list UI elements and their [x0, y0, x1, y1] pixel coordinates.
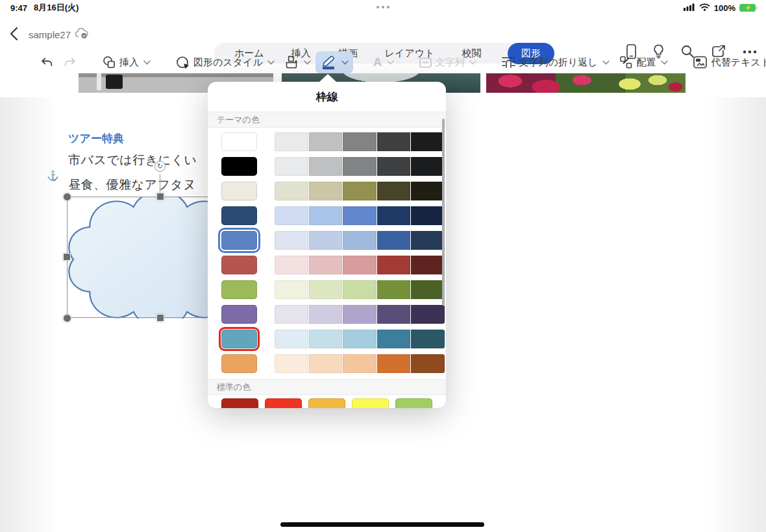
home-indicator[interactable] — [280, 522, 484, 527]
theme-variant-swatch[interactable] — [343, 231, 377, 250]
theme-variant-swatch[interactable] — [411, 231, 445, 250]
selection-handle-top-left[interactable] — [63, 193, 71, 201]
theme-variant-swatch[interactable] — [309, 231, 343, 250]
theme-variant-swatch[interactable] — [411, 280, 445, 299]
theme-variant-swatch[interactable] — [309, 354, 343, 373]
popover-scrollbar[interactable] — [442, 119, 445, 306]
selection-handle-bottom-left[interactable] — [63, 314, 71, 322]
shape-outline-button[interactable] — [315, 51, 353, 73]
theme-variant-strip — [275, 354, 445, 373]
theme-variant-swatch[interactable] — [309, 182, 343, 200]
theme-variant-swatch[interactable] — [411, 182, 445, 200]
theme-variant-swatch[interactable] — [309, 305, 343, 324]
theme-variant-swatch[interactable] — [411, 157, 445, 176]
theme-variant-swatch[interactable] — [275, 305, 308, 324]
cellular-icon — [684, 3, 695, 13]
anchor-icon: ⚓ — [47, 170, 59, 182]
theme-variant-swatch[interactable] — [377, 182, 411, 200]
theme-main-swatch[interactable] — [221, 157, 257, 176]
theme-variant-swatch[interactable] — [343, 305, 377, 324]
photo-flowers[interactable] — [486, 73, 686, 93]
app-window: 9:47 8月16日(火) 100% ⚡ sample27 ホーム挿入描画レイア… — [0, 0, 766, 532]
standard-color-swatch[interactable] — [221, 398, 258, 408]
theme-color-row — [221, 157, 446, 176]
theme-variant-swatch[interactable] — [275, 132, 308, 151]
theme-main-swatch[interactable] — [221, 182, 257, 200]
theme-variant-swatch[interactable] — [411, 354, 445, 373]
theme-variant-swatch[interactable] — [309, 157, 343, 176]
theme-variant-swatch[interactable] — [309, 330, 343, 348]
standard-color-swatch[interactable] — [352, 398, 389, 408]
theme-variant-swatch[interactable] — [275, 206, 308, 225]
theme-main-swatch[interactable] — [221, 330, 257, 348]
theme-variant-swatch[interactable] — [275, 256, 308, 274]
theme-variant-swatch[interactable] — [275, 231, 308, 250]
theme-color-row — [221, 206, 446, 225]
document-title: sample27 — [29, 29, 71, 40]
theme-variant-swatch[interactable] — [309, 280, 343, 299]
theme-variant-swatch[interactable] — [343, 256, 377, 274]
shape-style-button[interactable]: 図形のスタイル — [171, 52, 279, 73]
arrange-icon — [619, 55, 634, 70]
theme-variant-swatch[interactable] — [343, 206, 377, 225]
standard-color-swatch[interactable] — [395, 398, 432, 408]
theme-main-swatch[interactable] — [221, 231, 257, 250]
back-button[interactable] — [8, 26, 23, 42]
theme-main-swatch[interactable] — [221, 305, 257, 324]
wrap-text-button[interactable]: 文字列の折り返し — [497, 53, 614, 73]
theme-variant-swatch[interactable] — [377, 280, 411, 299]
status-bar: 9:47 8月16日(火) 100% ⚡ — [0, 0, 766, 16]
rotate-handle[interactable]: ↻ — [154, 161, 166, 172]
theme-variant-strip — [275, 231, 445, 250]
insert-button[interactable]: 挿入 — [97, 52, 155, 73]
theme-variant-swatch[interactable] — [377, 157, 411, 176]
theme-variant-swatch[interactable] — [377, 354, 411, 373]
theme-variant-swatch[interactable] — [309, 206, 343, 225]
selection-handle-top-center[interactable] — [156, 193, 164, 200]
theme-variant-swatch[interactable] — [377, 132, 411, 151]
theme-variant-swatch[interactable] — [343, 354, 377, 373]
theme-variant-swatch[interactable] — [377, 206, 411, 225]
multitasking-dots-icon[interactable] — [377, 6, 389, 8]
theme-variant-swatch[interactable] — [377, 305, 411, 324]
arrange-button[interactable]: 配置 — [614, 52, 673, 73]
selection-handle-middle-left[interactable] — [63, 253, 71, 261]
shape-fill-button[interactable] — [279, 51, 315, 73]
theme-variant-swatch[interactable] — [343, 157, 377, 176]
theme-main-swatch[interactable] — [221, 354, 257, 373]
popover-caret — [319, 74, 337, 82]
theme-main-swatch[interactable] — [221, 206, 257, 225]
theme-variant-swatch[interactable] — [411, 330, 445, 348]
undo-button[interactable] — [35, 52, 58, 73]
theme-main-swatch[interactable] — [221, 132, 257, 151]
theme-variant-swatch[interactable] — [411, 305, 445, 324]
popover-title: 枠線 — [208, 82, 446, 112]
selection-handle-bottom-center[interactable] — [156, 314, 164, 322]
alt-text-button[interactable]: 代替テキスト — [688, 52, 766, 73]
theme-variant-swatch[interactable] — [411, 132, 445, 151]
theme-variant-swatch[interactable] — [309, 256, 343, 274]
outline-pen-icon — [320, 54, 337, 70]
theme-variant-swatch[interactable] — [343, 280, 377, 299]
theme-variant-swatch[interactable] — [377, 330, 411, 348]
theme-variant-swatch[interactable] — [275, 354, 308, 373]
theme-main-swatch[interactable] — [221, 280, 257, 299]
theme-variant-swatch[interactable] — [275, 280, 308, 299]
theme-variant-swatch[interactable] — [411, 256, 445, 274]
theme-variant-swatch[interactable] — [343, 132, 377, 151]
standard-color-swatch[interactable] — [308, 398, 345, 408]
theme-variant-swatch[interactable] — [377, 231, 411, 250]
redo-button[interactable] — [58, 52, 82, 73]
theme-variant-swatch[interactable] — [275, 157, 308, 176]
theme-variant-swatch[interactable] — [275, 182, 308, 200]
theme-main-swatch[interactable] — [221, 256, 257, 274]
theme-variant-swatch[interactable] — [343, 330, 377, 348]
theme-variant-swatch[interactable] — [275, 330, 308, 348]
theme-variant-swatch[interactable] — [343, 182, 377, 200]
standard-color-swatch[interactable] — [265, 398, 302, 408]
theme-variant-swatch[interactable] — [411, 206, 445, 225]
theme-variant-swatch[interactable] — [377, 256, 411, 274]
theme-variant-swatch[interactable] — [309, 132, 343, 151]
cloud-sync-icon — [75, 28, 89, 41]
theme-colors-section-header: テーマの色 — [208, 112, 446, 128]
